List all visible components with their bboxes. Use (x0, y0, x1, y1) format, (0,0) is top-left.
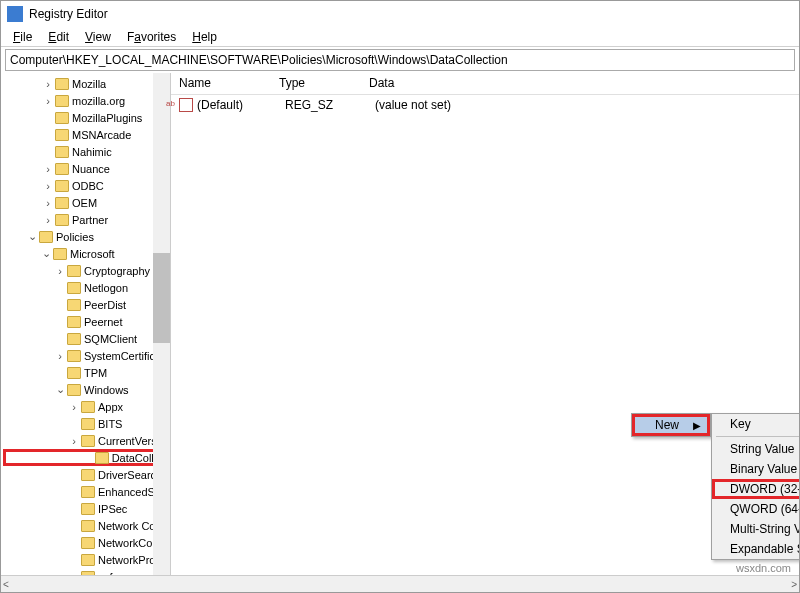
menu-bar[interactable]: File Edit View Favorites Help (1, 27, 799, 47)
tree-item-nahimic[interactable]: Nahimic (3, 143, 170, 160)
tree-label: Netlogon (84, 282, 128, 294)
tree-item-policies[interactable]: ⌄Policies (3, 228, 170, 245)
tree-label: Nuance (72, 163, 110, 175)
expand-icon[interactable]: › (53, 350, 67, 362)
tree-item-msnarcade[interactable]: MSNArcade (3, 126, 170, 143)
menu-view[interactable]: View (77, 28, 119, 46)
folder-icon (67, 282, 81, 294)
folder-icon (67, 333, 81, 345)
expand-icon[interactable]: › (41, 180, 55, 192)
menu-separator (716, 436, 800, 437)
ctx-key[interactable]: Key (712, 414, 800, 434)
tree-label: Microsoft (70, 248, 115, 260)
ctx-multi-string-value[interactable]: Multi-String Value (712, 519, 800, 539)
expand-icon[interactable]: › (41, 95, 55, 107)
tree-item-oem[interactable]: ›OEM (3, 194, 170, 211)
ctx-expandable-string-value[interactable]: Expandable String Value (712, 539, 800, 559)
scroll-left-icon[interactable]: < (3, 579, 9, 590)
tree-item-peerdist[interactable]: PeerDist (3, 296, 170, 313)
expand-icon[interactable]: ⌄ (39, 247, 53, 260)
value-row[interactable]: (Default) REG_SZ (value not set) (171, 95, 799, 115)
tree-item-driversearc[interactable]: DriverSearc (3, 466, 170, 483)
tree-item-sqmclient[interactable]: SQMClient (3, 330, 170, 347)
expand-icon[interactable]: › (41, 214, 55, 226)
tree-label: Network Co (98, 520, 155, 532)
expand-icon[interactable]: › (67, 401, 81, 413)
tree-label: MSNArcade (72, 129, 131, 141)
expand-icon[interactable]: › (67, 435, 81, 447)
tree-label: IPSec (98, 503, 127, 515)
tree-item-mozilla[interactable]: ›Mozilla (3, 75, 170, 92)
tree-label: TPM (84, 367, 107, 379)
folder-icon (55, 112, 69, 124)
tree-item-network-co[interactable]: Network Co (3, 517, 170, 534)
tree-label: PeerDist (84, 299, 126, 311)
context-menu[interactable]: New ▶ (631, 413, 711, 437)
tree-item-systemcertific[interactable]: ›SystemCertific (3, 347, 170, 364)
ctx-new-label: New (655, 418, 679, 432)
scroll-right-icon[interactable]: > (791, 579, 797, 590)
expand-icon[interactable]: › (41, 163, 55, 175)
tree-label: Cryptography (84, 265, 150, 277)
address-bar[interactable]: Computer\HKEY_LOCAL_MACHINE\SOFTWARE\Pol… (5, 49, 795, 71)
expand-icon[interactable]: ⌄ (25, 230, 39, 243)
folder-icon (55, 95, 69, 107)
folder-icon (81, 401, 95, 413)
tree-label: OEM (72, 197, 97, 209)
tree-item-bits[interactable]: BITS (3, 415, 170, 432)
menu-file[interactable]: File (5, 28, 40, 46)
folder-icon (67, 384, 81, 396)
app-icon (7, 6, 23, 22)
column-headers[interactable]: Name Type Data (171, 73, 799, 95)
tree-item-peernet[interactable]: Peernet (3, 313, 170, 330)
scrollbar-thumb[interactable] (153, 253, 170, 343)
tree-label: DriverSearc (98, 469, 156, 481)
tree-item-netlogon[interactable]: Netlogon (3, 279, 170, 296)
folder-icon (55, 78, 69, 90)
tree-item-odbc[interactable]: ›ODBC (3, 177, 170, 194)
expand-icon[interactable]: ⌄ (53, 383, 67, 396)
tree-item-cryptography[interactable]: ›Cryptography (3, 262, 170, 279)
expand-icon[interactable]: › (41, 78, 55, 90)
tree-pane[interactable]: ›Mozilla›mozilla.orgMozillaPluginsMSNArc… (1, 73, 171, 578)
tree-label: Partner (72, 214, 108, 226)
values-pane[interactable]: Name Type Data (Default) REG_SZ (value n… (171, 73, 799, 578)
expand-icon[interactable]: › (41, 197, 55, 209)
menu-edit[interactable]: Edit (40, 28, 77, 46)
ctx-binary-value[interactable]: Binary Value (712, 459, 800, 479)
tree-label: NetworkPro (98, 554, 155, 566)
tree-item-networkco[interactable]: NetworkCo (3, 534, 170, 551)
folder-icon (55, 214, 69, 226)
folder-icon (53, 248, 67, 260)
tree-item-networkpro[interactable]: NetworkPro (3, 551, 170, 568)
col-name[interactable]: Name (171, 73, 271, 94)
tree-item-appx[interactable]: ›Appx (3, 398, 170, 415)
folder-icon (55, 129, 69, 141)
folder-icon (81, 554, 95, 566)
tree-item-currentvers[interactable]: ›CurrentVers (3, 432, 170, 449)
tree-item-nuance[interactable]: ›Nuance (3, 160, 170, 177)
ctx-dword-value[interactable]: DWORD (32-bit) Value (712, 479, 800, 499)
tree-item-mozilla-org[interactable]: ›mozilla.org (3, 92, 170, 109)
tree-item-microsoft[interactable]: ⌄Microsoft (3, 245, 170, 262)
menu-help[interactable]: Help (184, 28, 225, 46)
tree-item-tpm[interactable]: TPM (3, 364, 170, 381)
ctx-new[interactable]: New ▶ (632, 414, 710, 436)
tree-item-ipsec[interactable]: IPSec (3, 500, 170, 517)
new-submenu[interactable]: Key String Value Binary Value DWORD (32-… (711, 413, 800, 560)
tree-label: Mozilla (72, 78, 106, 90)
horizontal-scrollbar[interactable]: < > (1, 575, 799, 592)
tree-scrollbar[interactable] (153, 73, 170, 578)
menu-favorites[interactable]: Favorites (119, 28, 184, 46)
ctx-string-value[interactable]: String Value (712, 439, 800, 459)
tree-item-partner[interactable]: ›Partner (3, 211, 170, 228)
tree-item-mozillaplugins[interactable]: MozillaPlugins (3, 109, 170, 126)
tree-item-datacollect[interactable]: DataCollect (3, 449, 170, 466)
ctx-qword-value[interactable]: QWORD (64-bit) Value (712, 499, 800, 519)
col-data[interactable]: Data (361, 73, 799, 94)
tree-item-enhanceds[interactable]: EnhancedS (3, 483, 170, 500)
col-type[interactable]: Type (271, 73, 361, 94)
folder-icon (39, 231, 53, 243)
tree-item-windows[interactable]: ⌄Windows (3, 381, 170, 398)
expand-icon[interactable]: › (53, 265, 67, 277)
